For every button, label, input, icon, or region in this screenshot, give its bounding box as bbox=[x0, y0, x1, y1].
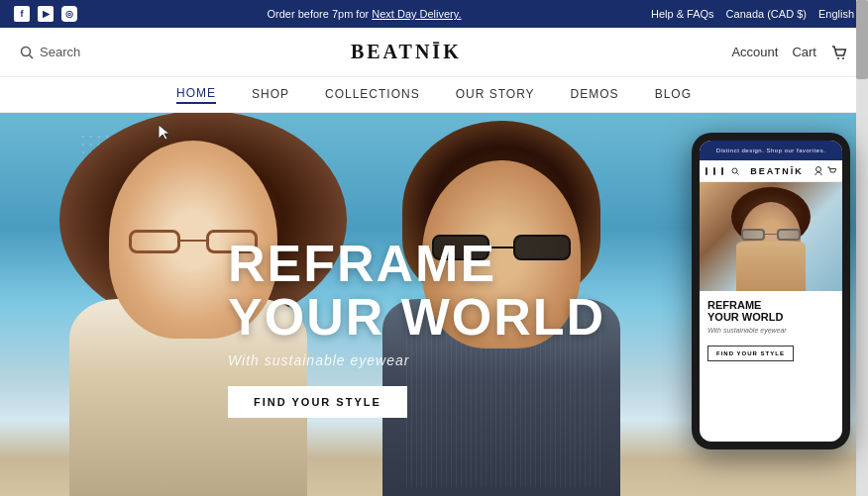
hero-section: REFRAME YOUR WORLD With sustainable eyew… bbox=[0, 113, 868, 496]
phone-menu-icon bbox=[705, 167, 707, 175]
svg-marker-7 bbox=[159, 125, 169, 140]
phone-subtext: With sustainable eyewear bbox=[707, 327, 834, 334]
nav-item-collections[interactable]: COLLECTIONS bbox=[325, 87, 420, 103]
phone-screen: Distinct design. Shop our favorites. BEA… bbox=[700, 141, 842, 442]
hero-cta-button[interactable]: FIND YOUR STYLE bbox=[228, 386, 407, 418]
phone-cta-button[interactable]: FIND YOUR STYLE bbox=[707, 346, 794, 361]
cursor bbox=[157, 123, 170, 145]
phone-nav-icons bbox=[705, 167, 739, 175]
nav-item-shop[interactable]: SHOP bbox=[252, 87, 289, 103]
nav-item-blog[interactable]: BLOG bbox=[655, 87, 692, 103]
announcement-text: Order before 7pm for Next Day Delivery. bbox=[77, 8, 651, 20]
facebook-icon[interactable]: f bbox=[14, 6, 30, 22]
help-link[interactable]: Help & FAQs bbox=[651, 8, 714, 20]
header: Search BEATNĪK Account Cart bbox=[0, 28, 868, 77]
delivery-link[interactable]: Next Day Delivery. bbox=[372, 8, 461, 20]
phone-mockup: Distinct design. Shop our favorites. BEA… bbox=[692, 133, 850, 449]
cart-icon[interactable] bbox=[830, 44, 848, 61]
nav-item-home[interactable]: HOME bbox=[176, 86, 216, 104]
hero-subtext: With sustainable eyewear bbox=[228, 352, 605, 368]
account-link[interactable]: Account bbox=[731, 45, 778, 59]
phone-account-icon bbox=[814, 166, 822, 176]
instagram-icon[interactable]: ◎ bbox=[61, 6, 77, 22]
phone-action-icons bbox=[814, 166, 836, 176]
svg-point-4 bbox=[732, 168, 737, 173]
social-icons-group: f ▶ ◎ bbox=[14, 6, 77, 22]
nav-item-our-story[interactable]: OUR STORY bbox=[456, 87, 535, 103]
announcement-bar: f ▶ ◎ Order before 7pm for Next Day Deli… bbox=[0, 0, 868, 28]
phone-headline: REFRAME YOUR WORLD bbox=[707, 299, 834, 323]
scrollbar-thumb[interactable] bbox=[856, 0, 868, 79]
search-icon bbox=[20, 46, 34, 59]
hero-text-block: REFRAME YOUR WORLD With sustainable eyew… bbox=[228, 237, 605, 418]
cart-link[interactable]: Cart bbox=[792, 45, 816, 59]
scrollbar[interactable] bbox=[856, 0, 868, 496]
svg-line-1 bbox=[30, 54, 34, 58]
svg-line-5 bbox=[737, 172, 739, 174]
phone-person bbox=[721, 187, 820, 291]
phone-announcement: Distinct design. Shop our favorites. bbox=[700, 141, 842, 160]
search-area[interactable]: Search bbox=[20, 45, 80, 59]
phone-hero-image bbox=[700, 182, 842, 291]
phone-search-icon bbox=[731, 167, 739, 175]
main-nav: HOME SHOP COLLECTIONS OUR STORY DEMOS BL… bbox=[0, 77, 868, 113]
phone-content: REFRAME YOUR WORLD With sustainable eyew… bbox=[700, 291, 842, 442]
svg-point-2 bbox=[837, 57, 839, 59]
nav-item-demos[interactable]: DEMOS bbox=[571, 87, 619, 103]
language-selector[interactable]: English bbox=[818, 8, 854, 20]
phone-cart-icon bbox=[826, 166, 836, 176]
region-selector[interactable]: Canada (CAD $) bbox=[726, 8, 807, 20]
svg-point-3 bbox=[842, 57, 844, 59]
header-actions: Account Cart bbox=[731, 44, 848, 61]
site-logo[interactable]: BEATNĪK bbox=[351, 41, 462, 63]
phone-nav: BEATNĪK bbox=[700, 160, 842, 182]
svg-point-6 bbox=[816, 166, 821, 171]
youtube-icon[interactable]: ▶ bbox=[38, 6, 54, 22]
top-bar-right: Help & FAQs Canada (CAD $) English bbox=[651, 8, 854, 20]
svg-point-0 bbox=[22, 47, 31, 55]
phone-logo: BEATNĪK bbox=[750, 166, 803, 176]
hero-headline: REFRAME YOUR WORLD bbox=[228, 237, 605, 345]
search-label[interactable]: Search bbox=[40, 45, 80, 59]
